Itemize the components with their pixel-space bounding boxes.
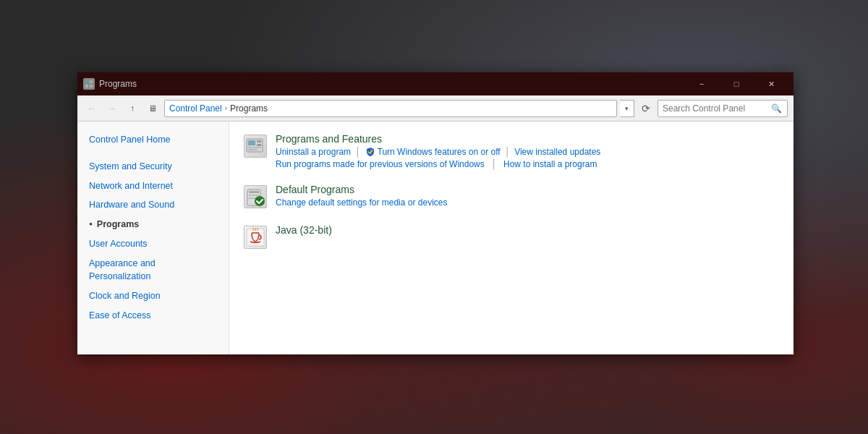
default-programs-icon <box>244 185 267 208</box>
java-title[interactable]: Java (32-bit) <box>276 224 332 236</box>
path-controlpanel[interactable]: Control Panel <box>169 103 222 114</box>
path-programs[interactable]: Programs <box>230 103 268 114</box>
view-updates-link[interactable]: View installed updates <box>514 147 600 157</box>
svg-rect-9 <box>248 149 257 150</box>
programs-window: Programs − □ ✕ ← → ↑ 🖥 Control Panel › P… <box>77 72 793 354</box>
svg-rect-5 <box>248 140 255 145</box>
sidebar-item-clock-region[interactable]: Clock and Region <box>77 286 229 306</box>
svg-rect-11 <box>249 191 259 193</box>
run-previous-link[interactable]: Run programs made for previous versions … <box>276 159 485 169</box>
refresh-button[interactable]: ⟳ <box>637 100 655 117</box>
sep-2: │ <box>505 147 511 157</box>
svg-rect-8 <box>248 147 261 148</box>
sep-3: │ <box>491 159 497 169</box>
search-box[interactable]: 🔍 <box>658 100 788 117</box>
svg-rect-6 <box>257 140 261 142</box>
programs-features-content: Programs and Features Uninstall a progra… <box>276 133 600 169</box>
programs-features-sublinks: Run programs made for previous versions … <box>276 159 600 169</box>
programs-features-icon <box>244 135 267 158</box>
svg-rect-2 <box>85 85 88 88</box>
default-programs-content: Default Programs Change default settings… <box>276 184 447 210</box>
content-area: Control Panel Home System and Security N… <box>77 122 793 354</box>
forward-button[interactable]: → <box>103 100 121 117</box>
default-settings-link[interactable]: Change default settings for media or dev… <box>276 197 447 208</box>
install-help-link[interactable]: How to install a program <box>503 159 597 169</box>
window-controls: − □ ✕ <box>685 72 788 95</box>
sidebar-item-control-panel-home[interactable]: Control Panel Home <box>77 130 229 150</box>
programs-features-links: Uninstall a program │ Turn Windows featu… <box>276 147 600 157</box>
titlebar: Programs − □ ✕ <box>77 72 793 95</box>
programs-features-entry: Programs and Features Uninstall a progra… <box>244 133 779 169</box>
default-programs-title[interactable]: Default Programs <box>276 184 447 195</box>
sidebar-item-user-accounts[interactable]: User Accounts <box>77 234 229 254</box>
sidebar-item-appearance[interactable]: Appearance andPersonalization <box>77 254 229 287</box>
svg-rect-12 <box>249 195 259 196</box>
addressbar: ← → ↑ 🖥 Control Panel › Programs ▾ ⟳ 🔍 <box>77 95 793 122</box>
up-button[interactable]: ↑ <box>124 100 141 117</box>
sidebar-item-network-internet[interactable]: Network and Internet <box>77 176 229 196</box>
turn-features-link[interactable]: Turn Windows features on or off <box>365 147 501 157</box>
programs-features-title[interactable]: Programs and Features <box>276 133 600 145</box>
window-title: Programs <box>99 79 685 89</box>
sidebar-item-system-security[interactable]: System and Security <box>77 157 229 176</box>
sidebar: Control Panel Home System and Security N… <box>77 122 229 354</box>
java-content: Java (32-bit) <box>276 224 332 238</box>
uninstall-link[interactable]: Uninstall a program <box>276 147 351 157</box>
sidebar-item-hardware-sound[interactable]: Hardware and Sound <box>77 195 229 215</box>
svg-rect-0 <box>85 80 88 83</box>
path-sep-1: › <box>225 104 227 112</box>
address-path[interactable]: Control Panel › Programs <box>164 100 617 117</box>
svg-rect-7 <box>257 144 261 146</box>
java-entry: Java (32-bit) <box>244 224 779 249</box>
svg-rect-3 <box>90 85 93 88</box>
folder-icon: 🖥 <box>144 100 161 117</box>
address-dropdown[interactable]: ▾ <box>620 100 634 117</box>
sep-1: │ <box>355 147 361 157</box>
window-icon <box>83 78 95 90</box>
minimize-button[interactable]: − <box>685 72 718 95</box>
svg-rect-1 <box>90 80 93 83</box>
default-programs-desc: Change default settings for media or dev… <box>276 197 447 208</box>
sidebar-item-ease-access[interactable]: Ease of Access <box>77 306 229 326</box>
back-button[interactable]: ← <box>83 100 101 117</box>
close-button[interactable]: ✕ <box>754 72 788 95</box>
default-programs-entry: Default Programs Change default settings… <box>244 184 779 210</box>
search-icon[interactable]: 🔍 <box>771 103 782 114</box>
maximize-button[interactable]: □ <box>720 72 753 95</box>
java-icon <box>244 226 267 249</box>
sidebar-item-programs[interactable]: Programs <box>77 215 229 234</box>
main-panel: Programs and Features Uninstall a progra… <box>229 122 793 354</box>
svg-rect-13 <box>249 197 256 199</box>
search-input[interactable] <box>663 103 771 114</box>
